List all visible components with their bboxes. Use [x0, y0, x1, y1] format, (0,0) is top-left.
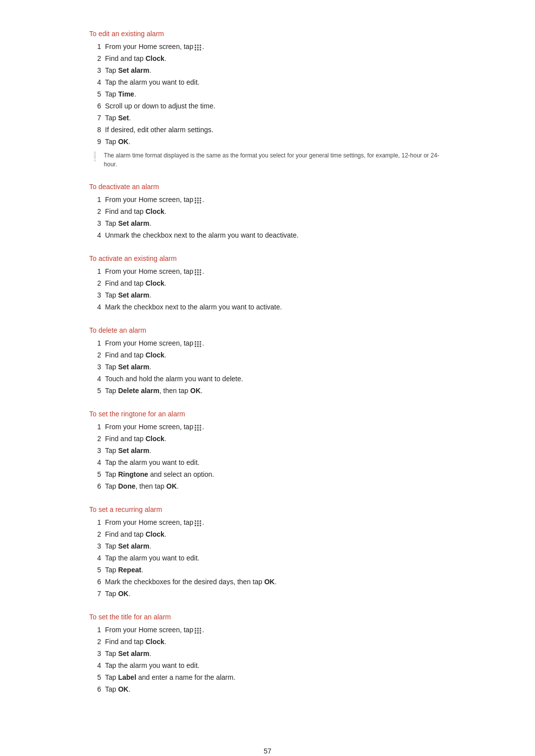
step-text: Tap Set alarm. [105, 362, 446, 372]
step-number: 1 [89, 42, 101, 52]
step-item: 1From your Home screen, tap . [89, 422, 446, 432]
svg-rect-61 [197, 632, 199, 634]
step-item: 1From your Home screen, tap . [89, 625, 446, 635]
step-item: 2Find and tap Clock. [89, 434, 446, 444]
svg-rect-48 [195, 523, 196, 524]
svg-rect-43 [197, 429, 199, 431]
step-number: 1 [89, 266, 101, 277]
step-number: 3 [89, 362, 101, 372]
step-item: 5Tap Delete alarm, then tap OK. [89, 386, 446, 396]
step-number: 3 [89, 65, 101, 76]
grid-icon [194, 424, 202, 431]
note-text: The alarm time format displayed is the s… [104, 151, 446, 169]
section-title-deactivate-alarm: To deactivate an alarm [89, 183, 446, 191]
step-item: 4Tap the alarm you want to edit. [89, 660, 446, 671]
step-item: 6Tap OK. [89, 684, 446, 695]
step-item: 2Find and tap Clock. [89, 637, 446, 647]
step-number: 3 [89, 290, 101, 301]
step-number: 2 [89, 529, 101, 540]
step-list-edit-alarm: 1From your Home screen, tap .2Find and t… [89, 42, 446, 147]
step-list-set-title: 1From your Home screen, tap .2Find and t… [89, 625, 446, 695]
grid-icon [194, 197, 202, 203]
svg-rect-35 [200, 346, 201, 347]
step-text: Tap OK. [105, 137, 446, 147]
svg-rect-3 [195, 47, 196, 49]
step-text: Tap Set alarm. [105, 541, 446, 552]
svg-rect-20 [200, 269, 201, 271]
svg-rect-39 [195, 427, 196, 429]
step-item: 5Tap Time. [89, 89, 446, 100]
step-item: 1From your Home screen, tap . [89, 195, 446, 205]
svg-rect-32 [200, 344, 201, 345]
svg-rect-24 [195, 274, 196, 275]
svg-rect-45 [195, 520, 196, 522]
svg-rect-5 [200, 47, 201, 49]
svg-rect-36 [195, 425, 196, 426]
section-title-set-recurring: To set a recurring alarm [89, 505, 446, 513]
section-title-delete-alarm: To delete an alarm [89, 326, 446, 334]
step-text: Tap the alarm you want to edit. [105, 457, 446, 468]
svg-rect-54 [195, 628, 196, 629]
step-item: 2Find and tap Clock. [89, 529, 446, 540]
step-text: Tap Set alarm. [105, 65, 446, 76]
svg-rect-9 [195, 198, 196, 199]
svg-rect-46 [197, 520, 199, 522]
page-number: 57 [0, 747, 535, 755]
step-item: 6Mark the checkboxes for the desired day… [89, 577, 446, 587]
step-item: 5Tap Ringtone and select an option. [89, 469, 446, 480]
svg-rect-57 [195, 630, 196, 632]
step-item: 6Scroll up or down to adjust the time. [89, 101, 446, 111]
step-text: Tap Set alarm. [105, 218, 446, 229]
section-set-title: To set the title for an alarm1From your … [89, 613, 446, 695]
step-item: 3Tap Set alarm. [89, 446, 446, 456]
step-item: 1From your Home screen, tap . [89, 42, 446, 52]
step-text: Tap OK. [105, 589, 446, 599]
step-text: Tap Set alarm. [105, 649, 446, 659]
step-number: 2 [89, 637, 101, 647]
step-item: 7Tap Set. [89, 113, 446, 123]
step-number: 3 [89, 218, 101, 229]
svg-rect-16 [197, 202, 199, 203]
step-text: Unmark the checkbox next to the alarm yo… [105, 230, 446, 241]
svg-rect-12 [195, 200, 196, 202]
svg-rect-0 [195, 45, 196, 46]
svg-rect-1 [197, 45, 199, 46]
step-number: 1 [89, 625, 101, 635]
svg-rect-33 [195, 346, 196, 347]
step-item: 4Unmark the checkbox next to the alarm y… [89, 230, 446, 241]
section-set-ringtone: To set the ringtone for an alarm1From yo… [89, 410, 446, 492]
svg-rect-2 [200, 45, 201, 46]
svg-rect-41 [200, 427, 201, 429]
step-text: Tap the alarm you want to edit. [105, 553, 446, 563]
step-number: 4 [89, 660, 101, 671]
step-text: Find and tap Clock. [105, 206, 446, 217]
step-number: 6 [89, 577, 101, 587]
svg-rect-4 [197, 47, 199, 49]
section-title-set-title: To set the title for an alarm [89, 613, 446, 621]
svg-rect-23 [200, 272, 201, 273]
step-item: 6Tap Done, then tap OK. [89, 481, 446, 492]
step-number: 4 [89, 77, 101, 88]
svg-rect-47 [200, 520, 201, 522]
step-text: Tap the alarm you want to edit. [105, 660, 446, 671]
step-item: 4Tap the alarm you want to edit. [89, 77, 446, 88]
step-list-set-ringtone: 1From your Home screen, tap .2Find and t… [89, 422, 446, 492]
svg-rect-37 [197, 425, 199, 426]
step-text: Touch and hold the alarm you want to del… [105, 374, 446, 384]
step-text: Scroll up or down to adjust the time. [105, 101, 446, 111]
step-number: 5 [89, 469, 101, 480]
step-number: 2 [89, 53, 101, 64]
grid-icon [194, 340, 202, 347]
step-text: If desired, edit other alarm settings. [105, 125, 446, 135]
svg-rect-8 [200, 49, 201, 50]
step-text: From your Home screen, tap . [105, 422, 446, 432]
svg-rect-30 [195, 344, 196, 345]
svg-rect-40 [197, 427, 199, 429]
step-number: 1 [89, 422, 101, 432]
step-number: 1 [89, 517, 101, 528]
note-icon: ❕ [89, 151, 100, 162]
step-text: Find and tap Clock. [105, 529, 446, 540]
step-number: 7 [89, 113, 101, 123]
step-number: 2 [89, 350, 101, 360]
step-item: 1From your Home screen, tap . [89, 266, 446, 277]
